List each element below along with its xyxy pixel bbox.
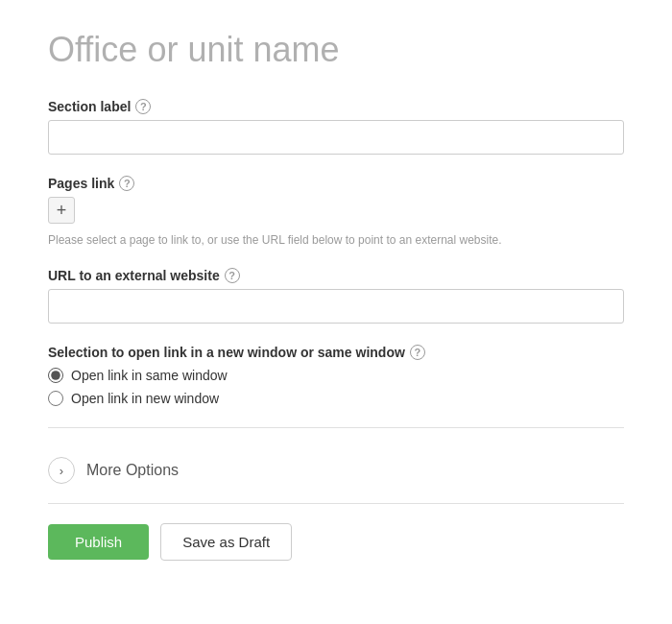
more-options-row: › More Options <box>48 447 624 493</box>
url-field-group: URL to an external website ? <box>48 268 624 324</box>
url-field-input[interactable] <box>48 289 624 324</box>
section-label-help-icon[interactable]: ? <box>135 99 151 114</box>
page-container: Office or unit name Section label ? Page… <box>0 0 672 599</box>
pages-link-text: Pages link <box>48 176 114 191</box>
radio-same-window-input[interactable] <box>48 368 63 383</box>
section-label-input[interactable] <box>48 120 624 155</box>
chevron-right-icon: › <box>60 464 63 478</box>
section-label-group: Section label ? <box>48 99 624 155</box>
radio-same-window[interactable]: Open link in same window <box>48 368 624 383</box>
pages-link-group: Pages link ? + Please select a page to l… <box>48 176 624 247</box>
divider-1 <box>48 427 624 428</box>
window-selection-group: Selection to open link in a new window o… <box>48 345 624 406</box>
save-as-draft-button[interactable]: Save as Draft <box>160 523 292 561</box>
more-options-toggle-button[interactable]: › <box>48 457 75 484</box>
pages-link-help-icon[interactable]: ? <box>119 176 134 191</box>
window-selection-label-row: Selection to open link in a new window o… <box>48 345 624 360</box>
window-selection-radio-group: Open link in same window Open link in ne… <box>48 368 624 406</box>
publish-button[interactable]: Publish <box>48 524 149 560</box>
section-label-label: Section label ? <box>48 99 624 114</box>
more-options-label: More Options <box>86 462 179 479</box>
page-title: Office or unit name <box>48 29 624 70</box>
radio-same-window-label: Open link in same window <box>71 368 228 383</box>
radio-new-window[interactable]: Open link in new window <box>48 391 624 406</box>
window-selection-help-icon[interactable]: ? <box>410 345 425 360</box>
action-bar: Publish Save as Draft <box>48 503 624 561</box>
pages-link-add-button[interactable]: + <box>48 197 75 224</box>
pages-link-label: Pages link ? <box>48 176 624 191</box>
pages-link-hint: Please select a page to link to, or use … <box>48 233 624 247</box>
radio-new-window-input[interactable] <box>48 391 63 406</box>
window-selection-label-text: Selection to open link in a new window o… <box>48 345 405 360</box>
url-field-label: URL to an external website ? <box>48 268 624 283</box>
url-field-text: URL to an external website <box>48 268 220 283</box>
section-label-text: Section label <box>48 99 131 114</box>
url-field-help-icon[interactable]: ? <box>225 268 240 283</box>
radio-new-window-label: Open link in new window <box>71 391 219 406</box>
